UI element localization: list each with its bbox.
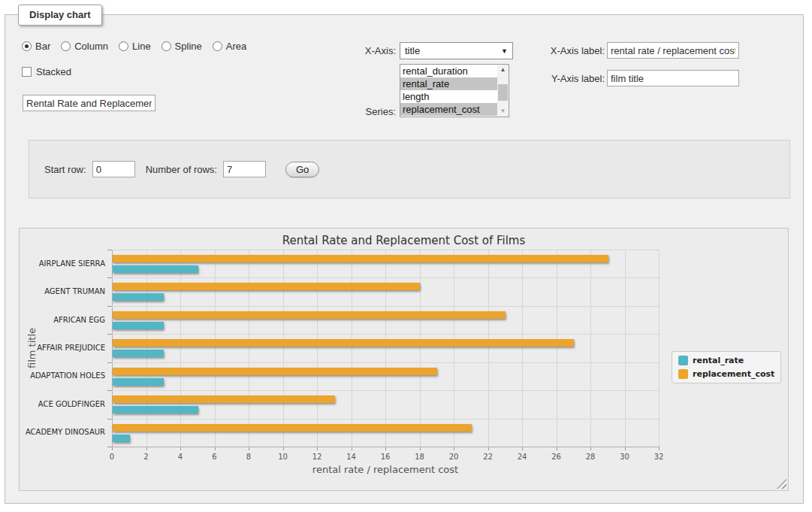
gridline [215, 250, 216, 447]
x-axis-tick-label: 10 [268, 453, 298, 461]
bar-replacement_cost [113, 395, 335, 403]
gridline [522, 250, 523, 447]
stacked-checkbox-row[interactable]: Stacked [22, 66, 71, 77]
bar-replacement_cost [113, 339, 574, 347]
bar-replacement_cost [113, 283, 420, 290]
chart-type-option-column[interactable]: Column [61, 41, 108, 52]
gridline [454, 250, 454, 447]
gridline [112, 419, 659, 420]
x-axis-label-input[interactable] [607, 42, 739, 59]
gridline [112, 390, 659, 391]
y-axis-label-input[interactable] [607, 70, 739, 86]
chart-type-option-spline[interactable]: Spline [161, 41, 202, 52]
chart-title-input[interactable] [23, 95, 155, 111]
chart-type-label-spline: Spline [175, 41, 202, 52]
series-options: rental_durationrental_ratelengthreplacem… [400, 65, 509, 116]
bar-rental_rate [113, 378, 164, 386]
y-axis-tick [107, 334, 112, 335]
number-of-rows-input[interactable] [223, 161, 266, 177]
bar-rental_rate [113, 406, 198, 414]
series-option-rental_duration[interactable]: rental_duration [400, 65, 497, 77]
y-axis-tick [107, 447, 112, 447]
gridline [557, 250, 557, 447]
x-axis-tick-label: 18 [405, 453, 435, 461]
x-axis-tick-label: 22 [473, 453, 503, 461]
category-label: AFRICAN EGG [20, 316, 105, 324]
gridline [112, 250, 659, 250]
resize-handle-icon[interactable] [777, 479, 786, 489]
gridline [112, 277, 659, 278]
x-axis-select[interactable]: title ▼ [400, 42, 513, 59]
bar-rental_rate [113, 435, 130, 442]
gridline [112, 334, 659, 335]
chart-title: Rental Rate and Replacement Cost of Film… [20, 234, 788, 247]
series-option-length[interactable]: length [400, 90, 497, 103]
x-axis-selected-value: title [405, 45, 420, 56]
x-axis-tick-label: 2 [131, 453, 161, 461]
x-axis-tick-label: 26 [542, 453, 572, 461]
chart-type-radio-column[interactable] [61, 41, 71, 51]
legend-item-replacement_cost[interactable]: replacement_cost [678, 369, 774, 379]
bar-rental_rate [113, 322, 164, 329]
category-label: AIRPLANE SIERRA [20, 259, 105, 268]
scroll-up-icon[interactable]: ▲ [497, 65, 509, 75]
stacked-checkbox[interactable] [22, 67, 32, 77]
chart-type-radio-line[interactable] [119, 41, 128, 51]
go-button[interactable]: Go [285, 162, 319, 177]
x-axis-tick-label: 32 [644, 453, 674, 461]
stacked-label: Stacked [36, 66, 71, 77]
chart-type-radio-bar[interactable] [22, 41, 32, 51]
chart-type-radio-area[interactable] [213, 41, 222, 51]
gridline [146, 250, 147, 447]
y-axis-tick [107, 250, 112, 250]
category-label: AGENT TRUMAN [20, 287, 105, 295]
legend-swatch-replacement_cost [678, 369, 688, 379]
scroll-down-icon[interactable]: ▼ [497, 106, 509, 117]
legend-item-rental_rate[interactable]: rental_rate [678, 356, 774, 365]
chart-type-radio-group: BarColumnLineSplineArea [22, 41, 246, 52]
gridline [112, 362, 659, 363]
category-label: ACADEMY DINOSAUR [20, 428, 105, 436]
chart-type-label-line: Line [132, 41, 151, 52]
gridline [590, 250, 591, 447]
y-axis-label-field-label: Y-Axis label: [530, 73, 605, 84]
series-listbox[interactable]: rental_durationrental_ratelengthreplacem… [400, 64, 509, 117]
gridline [625, 250, 626, 447]
gridline [385, 250, 386, 447]
bar-replacement_cost [113, 424, 472, 432]
chart-legend: rental_ratereplacement_cost [672, 351, 781, 383]
page: BarColumnLineSplineArea Stacked X-Axis: … [0, 0, 812, 512]
x-axis-tick-label: 4 [165, 453, 195, 461]
series-option-rental_rate[interactable]: rental_rate [400, 77, 497, 90]
x-axis-tick-label: 0 [97, 453, 127, 461]
x-axis-tick-label: 28 [575, 453, 605, 461]
bar-chart: Rental Rate and Replacement Cost of Film… [19, 228, 789, 491]
y-axis-tick [107, 362, 112, 363]
chart-type-option-area[interactable]: Area [213, 41, 246, 52]
listbox-scrollbar[interactable]: ▲ ▼ [497, 65, 509, 117]
category-label: ADAPTATION HOLES [20, 371, 105, 380]
select-dropdown-arrow-icon: ▼ [501, 47, 508, 55]
series-listbox-label: Series: [321, 106, 396, 117]
chart-type-label-area: Area [226, 41, 246, 52]
bar-replacement_cost [113, 255, 608, 262]
bar-rental_rate [113, 293, 164, 301]
scrollbar-thumb[interactable] [498, 84, 508, 101]
chart-type-option-line[interactable]: Line [119, 41, 151, 52]
x-axis-tick-label: 30 [610, 453, 640, 461]
chart-type-label-column: Column [74, 41, 108, 52]
chart-type-option-bar[interactable]: Bar [22, 41, 50, 52]
start-row-input[interactable] [92, 161, 135, 177]
chart-type-radio-spline[interactable] [161, 41, 171, 51]
y-axis-tick [107, 306, 112, 307]
x-axis-tick [659, 447, 660, 450]
gridline [488, 250, 489, 447]
chart-type-label-bar: Bar [35, 41, 50, 52]
gridline [352, 250, 352, 447]
gridline [249, 250, 249, 447]
series-option-replacement_cost[interactable]: replacement_cost [400, 103, 497, 116]
x-axis-tick-label: 8 [234, 453, 264, 461]
bar-replacement_cost [113, 311, 506, 319]
legend-label-rental_rate: rental_rate [693, 356, 744, 365]
y-axis-tick [107, 419, 112, 420]
